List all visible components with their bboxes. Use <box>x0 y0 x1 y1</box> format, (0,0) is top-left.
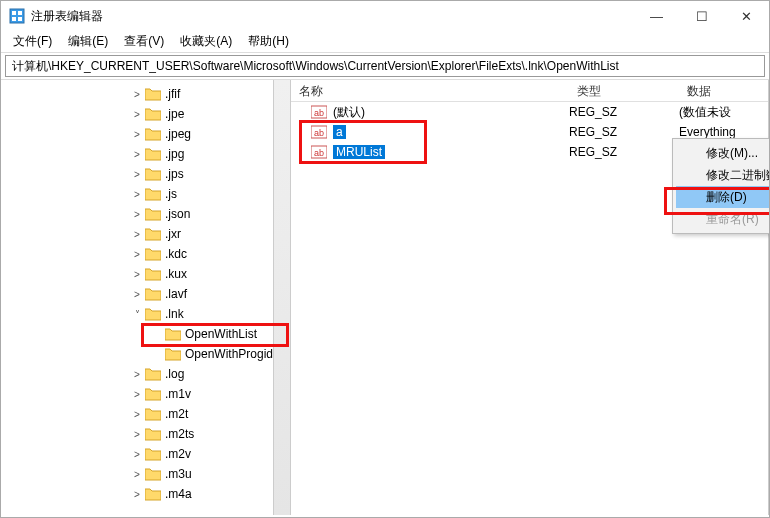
menu-view[interactable]: 查看(V) <box>116 31 172 52</box>
titlebar: 注册表编辑器 — ☐ ✕ <box>1 1 769 31</box>
expander-icon[interactable]: > <box>131 89 143 100</box>
svg-rect-2 <box>18 11 22 15</box>
expander-icon[interactable]: > <box>131 289 143 300</box>
close-button[interactable]: ✕ <box>724 1 769 31</box>
tree-item[interactable]: >.kux <box>131 264 290 284</box>
folder-icon <box>145 107 161 121</box>
tree-item[interactable]: >.jpe <box>131 104 290 124</box>
app-icon <box>9 8 25 24</box>
tree-item[interactable]: >.m2t <box>131 404 290 424</box>
column-headers[interactable]: 名称 类型 数据 <box>291 80 768 102</box>
tree-label: .m1v <box>165 387 191 401</box>
tree-item[interactable]: OpenWithProgids <box>151 344 290 364</box>
tree-label: .jpg <box>165 147 184 161</box>
expander-icon[interactable]: > <box>131 249 143 260</box>
value-row[interactable]: ab(默认)REG_SZ(数值未设 <box>291 102 768 122</box>
folder-icon <box>145 307 161 321</box>
menu-favorites[interactable]: 收藏夹(A) <box>172 31 240 52</box>
window-controls: — ☐ ✕ <box>634 1 769 31</box>
tree-item[interactable]: >.m1v <box>131 384 290 404</box>
expander-icon[interactable]: > <box>131 169 143 180</box>
tree-item[interactable]: >.m4a <box>131 484 290 504</box>
address-bar[interactable]: 计算机\HKEY_CURRENT_USER\Software\Microsoft… <box>5 55 765 77</box>
tree-label: .js <box>165 187 177 201</box>
value-name: (默认) <box>333 104 365 121</box>
expander-icon[interactable]: > <box>131 389 143 400</box>
tree-label: .m3u <box>165 467 192 481</box>
string-value-icon: ab <box>311 124 327 140</box>
tree-label: .m2ts <box>165 427 194 441</box>
tree-label: OpenWithProgids <box>185 347 279 361</box>
tree-item[interactable]: >.log <box>131 364 290 384</box>
folder-icon <box>145 247 161 261</box>
expander-icon[interactable]: > <box>131 209 143 220</box>
folder-icon <box>145 427 161 441</box>
tree-item[interactable]: >.m2ts <box>131 424 290 444</box>
main-pane: >.jfif>.jpe>.jpeg>.jpg>.jps>.js>.json>.j… <box>1 79 769 515</box>
registry-tree: >.jfif>.jpe>.jpeg>.jpg>.jps>.js>.json>.j… <box>1 80 290 504</box>
folder-icon <box>145 187 161 201</box>
svg-text:ab: ab <box>314 128 324 138</box>
folder-icon <box>145 467 161 481</box>
col-data[interactable]: 数据 <box>679 80 768 101</box>
folder-icon <box>145 287 161 301</box>
value-name: a <box>333 125 346 139</box>
tree-label: .lnk <box>165 307 184 321</box>
ctx-modify-binary[interactable]: 修改二进制数据(B)... <box>676 164 770 186</box>
ctx-delete[interactable]: 删除(D) <box>676 186 770 208</box>
tree-scrollbar[interactable] <box>273 80 290 515</box>
expander-icon[interactable]: > <box>131 129 143 140</box>
menu-edit[interactable]: 编辑(E) <box>60 31 116 52</box>
menubar: 文件(F) 编辑(E) 查看(V) 收藏夹(A) 帮助(H) <box>1 31 769 53</box>
ctx-rename[interactable]: 重命名(R) <box>676 208 770 230</box>
menu-file[interactable]: 文件(F) <box>5 31 60 52</box>
expander-icon[interactable]: > <box>131 229 143 240</box>
tree-label: .jpeg <box>165 127 191 141</box>
tree-item[interactable]: >.js <box>131 184 290 204</box>
value-data: Everything <box>679 125 736 139</box>
tree-label: .kux <box>165 267 187 281</box>
tree-item[interactable]: OpenWithList <box>151 324 290 344</box>
tree-item[interactable]: >.m2v <box>131 444 290 464</box>
folder-icon <box>145 487 161 501</box>
tree-item[interactable]: >.jps <box>131 164 290 184</box>
tree-item[interactable]: >.jpeg <box>131 124 290 144</box>
tree-item[interactable]: >.jpg <box>131 144 290 164</box>
tree-item[interactable]: ˅.lnk <box>131 304 290 324</box>
expander-icon[interactable]: > <box>131 369 143 380</box>
folder-icon <box>145 127 161 141</box>
expander-icon[interactable]: > <box>131 109 143 120</box>
menu-help[interactable]: 帮助(H) <box>240 31 297 52</box>
tree-item[interactable]: >.kdc <box>131 244 290 264</box>
folder-icon <box>145 367 161 381</box>
svg-rect-1 <box>12 11 16 15</box>
folder-icon <box>165 347 181 361</box>
expander-icon[interactable]: > <box>131 429 143 440</box>
tree-item[interactable]: >.m3u <box>131 464 290 484</box>
expander-icon[interactable]: > <box>131 269 143 280</box>
expander-icon[interactable]: > <box>131 449 143 460</box>
expander-icon[interactable]: > <box>131 409 143 420</box>
expander-icon[interactable]: > <box>131 149 143 160</box>
tree-item[interactable]: >.lavf <box>131 284 290 304</box>
expander-icon[interactable]: > <box>131 469 143 480</box>
tree-label: .jxr <box>165 227 181 241</box>
context-menu: 修改(M)... 修改二进制数据(B)... 删除(D) 重命名(R) <box>672 138 770 234</box>
minimize-button[interactable]: — <box>634 1 679 31</box>
expander-icon[interactable]: ˅ <box>131 309 143 320</box>
col-name[interactable]: 名称 <box>291 80 569 101</box>
tree-pane[interactable]: >.jfif>.jpe>.jpeg>.jpg>.jps>.js>.json>.j… <box>1 80 291 515</box>
tree-item[interactable]: >.jxr <box>131 224 290 244</box>
folder-icon <box>145 167 161 181</box>
tree-label: .jpe <box>165 107 184 121</box>
maximize-button[interactable]: ☐ <box>679 1 724 31</box>
col-type[interactable]: 类型 <box>569 80 679 101</box>
expander-icon[interactable]: > <box>131 189 143 200</box>
ctx-modify[interactable]: 修改(M)... <box>676 142 770 164</box>
svg-rect-4 <box>18 17 22 21</box>
tree-item[interactable]: >.json <box>131 204 290 224</box>
tree-item[interactable]: >.jfif <box>131 84 290 104</box>
expander-icon[interactable]: > <box>131 489 143 500</box>
string-value-icon: ab <box>311 104 327 120</box>
values-pane[interactable]: 名称 类型 数据 ab(默认)REG_SZ(数值未设abaREG_SZEvery… <box>291 80 769 515</box>
